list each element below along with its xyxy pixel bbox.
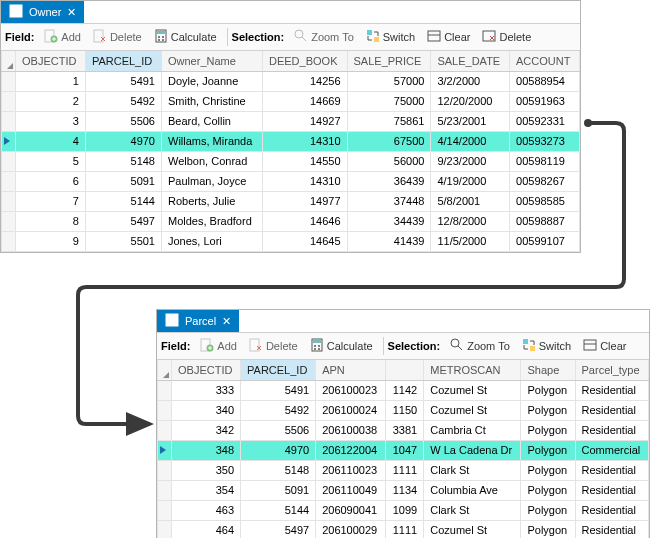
table-row[interactable]: 35450912061100491134Columbia AvePolygonR… (158, 480, 649, 500)
table-row[interactable]: 46351442060900411099Clark StPolygonResid… (158, 500, 649, 520)
cell[interactable]: Doyle, Joanne (162, 71, 263, 91)
owner-table[interactable]: OBJECTIDPARCEL_IDOwner_NameDEED_BOOKSALE… (1, 51, 580, 252)
cell[interactable]: 57000 (347, 71, 431, 91)
cell[interactable]: Roberts, Julie (162, 191, 263, 211)
row-selector-corner[interactable] (2, 51, 16, 71)
row-header[interactable] (158, 480, 172, 500)
cell[interactable]: Cambria Ct (424, 420, 521, 440)
cell[interactable]: Residential (575, 380, 648, 400)
cell[interactable]: Polygon (521, 500, 575, 520)
cell[interactable]: 340 (172, 400, 241, 420)
cell[interactable]: 34439 (347, 211, 431, 231)
table-row[interactable]: 75144Roberts, Julie14977374485/8/2001005… (2, 191, 580, 211)
cell[interactable]: 00598119 (510, 151, 580, 171)
cell[interactable]: 75000 (347, 91, 431, 111)
row-header[interactable] (158, 440, 172, 460)
row-header[interactable] (158, 460, 172, 480)
cell[interactable]: 5492 (85, 91, 161, 111)
clear-button[interactable]: Clear (421, 26, 476, 48)
cell[interactable]: Polygon (521, 480, 575, 500)
cell[interactable]: 5506 (241, 420, 316, 440)
cell[interactable]: Beard, Collin (162, 111, 263, 131)
zoom-to-button[interactable]: Zoom To (444, 335, 516, 357)
column-header[interactable]: SALE_DATE (431, 51, 510, 71)
cell[interactable]: 4/14/2000 (431, 131, 510, 151)
cell[interactable]: 342 (172, 420, 241, 440)
cell[interactable]: 00598585 (510, 191, 580, 211)
cell[interactable]: 36439 (347, 171, 431, 191)
cell[interactable]: 5091 (85, 171, 161, 191)
cell[interactable]: 5491 (85, 71, 161, 91)
cell[interactable]: Welbon, Conrad (162, 151, 263, 171)
switch-button[interactable]: Switch (360, 26, 421, 48)
column-header[interactable]: METROSCAN (424, 360, 521, 380)
cell[interactable]: 354 (172, 480, 241, 500)
tab-parcel[interactable]: Parcel ✕ (157, 310, 239, 332)
close-icon[interactable]: ✕ (222, 316, 231, 327)
cell[interactable]: 6 (16, 171, 86, 191)
cell[interactable]: 3/2/2000 (431, 71, 510, 91)
cell[interactable]: 75861 (347, 111, 431, 131)
cell[interactable]: 1134 (385, 480, 423, 500)
cell[interactable]: 5144 (241, 500, 316, 520)
cell[interactable]: 56000 (347, 151, 431, 171)
cell[interactable]: 37448 (347, 191, 431, 211)
cell[interactable]: 00598267 (510, 171, 580, 191)
cell[interactable]: Commercial (575, 440, 648, 460)
table-row[interactable]: 15491Doyle, Joanne14256570003/2/20000058… (2, 71, 580, 91)
table-row[interactable]: 95501Jones, Lori146454143911/5/200000599… (2, 231, 580, 251)
table-row[interactable]: 85497Moldes, Bradford146463443912/8/2000… (2, 211, 580, 231)
cell[interactable]: 348 (172, 440, 241, 460)
cell[interactable]: 7 (16, 191, 86, 211)
cell[interactable]: 5497 (241, 520, 316, 538)
cell[interactable]: 4/19/2000 (431, 171, 510, 191)
cell[interactable]: 4 (16, 131, 86, 151)
row-header[interactable] (2, 231, 16, 251)
close-icon[interactable]: ✕ (67, 7, 76, 18)
cell[interactable]: 5144 (85, 191, 161, 211)
calculate-button[interactable]: Calculate (304, 335, 379, 357)
cell[interactable]: 5148 (85, 151, 161, 171)
cell[interactable]: 14977 (263, 191, 348, 211)
table-row[interactable]: 34849702061220041047W La Cadena DrPolygo… (158, 440, 649, 460)
cell[interactable]: Residential (575, 520, 648, 538)
cell[interactable]: Polygon (521, 400, 575, 420)
cell[interactable]: 5501 (85, 231, 161, 251)
cell[interactable]: 206100029 (316, 520, 386, 538)
column-header[interactable]: SALE_PRICE (347, 51, 431, 71)
add-field-button[interactable]: Add (38, 26, 87, 48)
cell[interactable]: 206110023 (316, 460, 386, 480)
cell[interactable]: 12/20/2000 (431, 91, 510, 111)
add-field-button[interactable]: Add (194, 335, 243, 357)
cell[interactable]: 00588954 (510, 71, 580, 91)
parcel-table[interactable]: OBJECTIDPARCEL_IDAPNMETROSCANShapeParcel… (157, 360, 649, 538)
clear-button[interactable]: Clear (577, 335, 632, 357)
column-header[interactable]: Parcel_type (575, 360, 648, 380)
cell[interactable]: Willams, Miranda (162, 131, 263, 151)
delete-field-button[interactable]: Delete (87, 26, 148, 48)
cell[interactable]: 463 (172, 500, 241, 520)
cell[interactable]: 1142 (385, 380, 423, 400)
cell[interactable]: 3381 (385, 420, 423, 440)
cell[interactable]: Paulman, Joyce (162, 171, 263, 191)
row-header[interactable] (2, 111, 16, 131)
cell[interactable]: 4970 (85, 131, 161, 151)
cell[interactable]: 00599107 (510, 231, 580, 251)
column-header[interactable]: Owner_Name (162, 51, 263, 71)
cell[interactable]: 11/5/2000 (431, 231, 510, 251)
cell[interactable]: 206090041 (316, 500, 386, 520)
table-row[interactable]: 65091Paulman, Joyce14310364394/19/200000… (2, 171, 580, 191)
cell[interactable]: 206100023 (316, 380, 386, 400)
delete-selection-button[interactable]: Delete (476, 26, 537, 48)
table-row[interactable]: 25492Smith, Christine146697500012/20/200… (2, 91, 580, 111)
row-header[interactable] (2, 171, 16, 191)
cell[interactable]: 14550 (263, 151, 348, 171)
row-selector-corner[interactable] (158, 360, 172, 380)
cell[interactable]: 14669 (263, 91, 348, 111)
cell[interactable]: Cozumel St (424, 400, 521, 420)
cell[interactable]: Polygon (521, 460, 575, 480)
table-row[interactable]: 35506Beard, Collin14927758615/23/2001005… (2, 111, 580, 131)
row-header[interactable] (2, 91, 16, 111)
table-row[interactable]: 46454972061000291111Cozumel StPolygonRes… (158, 520, 649, 538)
cell[interactable]: Cozumel St (424, 520, 521, 538)
